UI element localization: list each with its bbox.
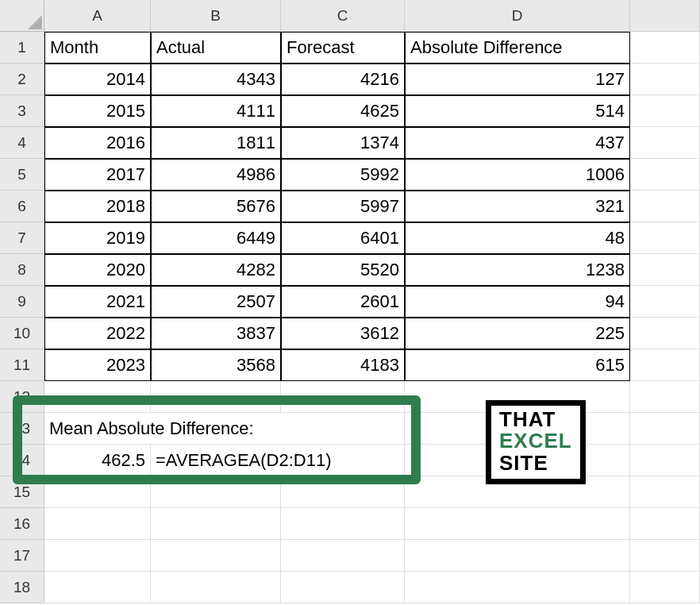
cell-C12[interactable]: [281, 381, 405, 413]
cell-C2[interactable]: 4216: [281, 64, 405, 95]
cell-B17[interactable]: [151, 540, 281, 572]
cell-B14-formula[interactable]: =AVERAGEA(D2:D11): [151, 445, 405, 476]
cell-E5[interactable]: [630, 159, 700, 191]
row-header-6[interactable]: 6: [0, 191, 44, 222]
cell-C6[interactable]: 5997: [281, 191, 405, 222]
cell-A3[interactable]: 2015: [44, 95, 151, 127]
cell-B10[interactable]: 3837: [151, 318, 281, 349]
row-header-11[interactable]: 11: [0, 349, 44, 381]
cell-E3[interactable]: [630, 95, 700, 127]
cell-B12[interactable]: [151, 381, 281, 413]
row-header-7[interactable]: 7: [0, 222, 44, 254]
cell-A6[interactable]: 2018: [44, 191, 151, 222]
cell-D10[interactable]: 225: [405, 318, 630, 349]
cell-E11[interactable]: [630, 349, 700, 381]
cell-C4[interactable]: 1374: [281, 127, 405, 159]
row-header-9[interactable]: 9: [0, 286, 44, 318]
row-header-1[interactable]: 1: [0, 32, 44, 64]
row-header-15[interactable]: 15: [0, 476, 44, 508]
cell-E4[interactable]: [630, 127, 700, 159]
cell-B3[interactable]: 4111: [151, 95, 281, 127]
cell-A16[interactable]: [44, 508, 151, 540]
cell-D2[interactable]: 127: [405, 64, 630, 95]
cell-E10[interactable]: [630, 318, 700, 349]
col-header-next[interactable]: [630, 0, 700, 32]
cell-C1[interactable]: Forecast: [281, 32, 405, 64]
cell-B1[interactable]: Actual: [151, 32, 281, 64]
cell-E9[interactable]: [630, 286, 700, 318]
select-all-corner[interactable]: [0, 0, 44, 32]
cell-D11[interactable]: 615: [405, 349, 630, 381]
cell-B6[interactable]: 5676: [151, 191, 281, 222]
cell-E6[interactable]: [630, 191, 700, 222]
row-header-18[interactable]: 18: [0, 572, 44, 603]
col-header-D[interactable]: D: [405, 0, 630, 32]
cell-C5[interactable]: 5992: [281, 159, 405, 191]
cell-A8[interactable]: 2020: [44, 254, 151, 286]
cell-A7[interactable]: 2019: [44, 222, 151, 254]
cell-E14[interactable]: [630, 445, 700, 476]
cell-A12[interactable]: [44, 381, 151, 413]
cell-A13-label[interactable]: Mean Absolute Difference:: [44, 413, 405, 445]
row-header-17[interactable]: 17: [0, 540, 44, 572]
row-header-8[interactable]: 8: [0, 254, 44, 286]
cell-C15[interactable]: [281, 476, 405, 508]
cell-B8[interactable]: 4282: [151, 254, 281, 286]
col-header-C[interactable]: C: [281, 0, 405, 32]
col-header-A[interactable]: A: [44, 0, 151, 32]
cell-A15[interactable]: [44, 476, 151, 508]
cell-A2[interactable]: 2014: [44, 64, 151, 95]
cell-E1[interactable]: [630, 32, 700, 64]
row-header-10[interactable]: 10: [0, 318, 44, 349]
cell-B9[interactable]: 2507: [151, 286, 281, 318]
cell-E8[interactable]: [630, 254, 700, 286]
cell-D18[interactable]: [405, 572, 630, 603]
cell-B2[interactable]: 4343: [151, 64, 281, 95]
cell-B4[interactable]: 1811: [151, 127, 281, 159]
cell-E17[interactable]: [630, 540, 700, 572]
cell-B11[interactable]: 3568: [151, 349, 281, 381]
row-header-4[interactable]: 4: [0, 127, 44, 159]
cell-E15[interactable]: [630, 476, 700, 508]
cell-C9[interactable]: 2601: [281, 286, 405, 318]
cell-A10[interactable]: 2022: [44, 318, 151, 349]
cell-A9[interactable]: 2021: [44, 286, 151, 318]
cell-E12[interactable]: [630, 381, 700, 413]
cell-D8[interactable]: 1238: [405, 254, 630, 286]
row-header-12[interactable]: 12: [0, 381, 44, 413]
cell-C18[interactable]: [281, 572, 405, 603]
spreadsheet-grid[interactable]: A B C D 1 Month Actual Forecast Absolute…: [0, 0, 700, 603]
cell-D4[interactable]: 437: [405, 127, 630, 159]
row-header-14[interactable]: 14: [0, 445, 44, 476]
cell-D3[interactable]: 514: [405, 95, 630, 127]
cell-C11[interactable]: 4183: [281, 349, 405, 381]
cell-A17[interactable]: [44, 540, 151, 572]
cell-B18[interactable]: [151, 572, 281, 603]
col-header-B[interactable]: B: [151, 0, 281, 32]
cell-C10[interactable]: 3612: [281, 318, 405, 349]
cell-A11[interactable]: 2023: [44, 349, 151, 381]
cell-B5[interactable]: 4986: [151, 159, 281, 191]
cell-D5[interactable]: 1006: [405, 159, 630, 191]
cell-D17[interactable]: [405, 540, 630, 572]
row-header-16[interactable]: 16: [0, 508, 44, 540]
cell-D6[interactable]: 321: [405, 191, 630, 222]
row-header-5[interactable]: 5: [0, 159, 44, 191]
cell-E13[interactable]: [630, 413, 700, 445]
cell-D1[interactable]: Absolute Difference: [405, 32, 630, 64]
cell-D16[interactable]: [405, 508, 630, 540]
cell-C17[interactable]: [281, 540, 405, 572]
cell-B16[interactable]: [151, 508, 281, 540]
cell-A4[interactable]: 2016: [44, 127, 151, 159]
cell-D7[interactable]: 48: [405, 222, 630, 254]
cell-E16[interactable]: [630, 508, 700, 540]
cell-E2[interactable]: [630, 64, 700, 95]
row-header-13[interactable]: 13: [0, 413, 44, 445]
cell-C3[interactable]: 4625: [281, 95, 405, 127]
cell-D9[interactable]: 94: [405, 286, 630, 318]
cell-C8[interactable]: 5520: [281, 254, 405, 286]
cell-E18[interactable]: [630, 572, 700, 603]
cell-E7[interactable]: [630, 222, 700, 254]
row-header-3[interactable]: 3: [0, 95, 44, 127]
cell-B7[interactable]: 6449: [151, 222, 281, 254]
